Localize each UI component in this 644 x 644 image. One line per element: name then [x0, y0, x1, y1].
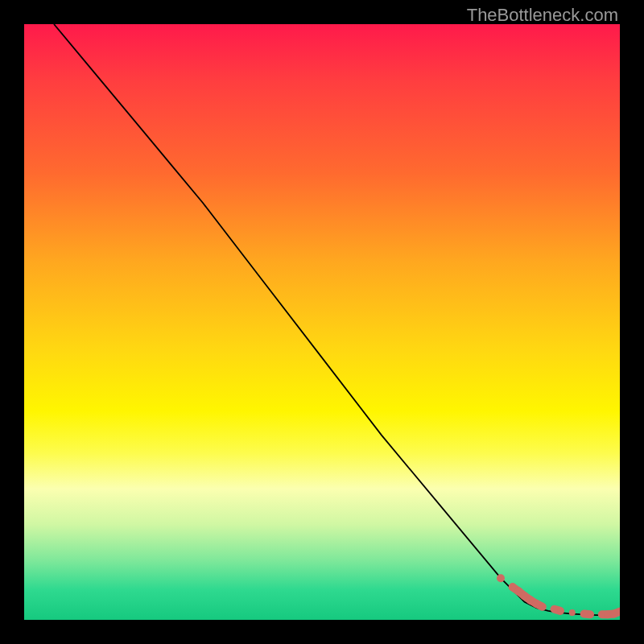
chart-frame: TheBottleneck.com [0, 0, 644, 644]
data-dot [569, 609, 576, 616]
data-dot [539, 604, 546, 610]
data-dot [587, 611, 593, 617]
watermark-text: TheBottleneck.com [467, 5, 618, 26]
chart-overlay [24, 24, 620, 620]
data-dot [497, 574, 505, 582]
curve-line [54, 24, 620, 615]
data-dot [557, 608, 564, 614]
plot-area [24, 24, 620, 620]
data-dots [497, 574, 620, 617]
line-series [54, 24, 620, 615]
